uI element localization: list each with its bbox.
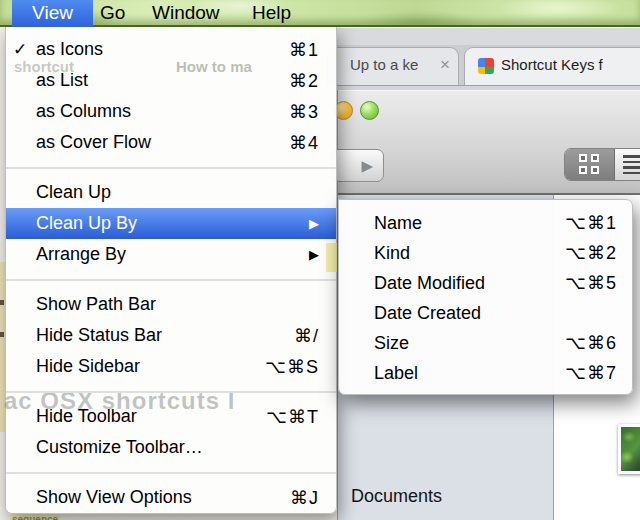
menu-item-hide-status-bar[interactable]: Hide Status Bar ⌘/ bbox=[6, 320, 336, 351]
tab-favicon-icon bbox=[478, 58, 494, 74]
menu-item-as-icons[interactable]: ✓ as Icons ⌘1 bbox=[6, 34, 336, 65]
checkmark-icon: ✓ bbox=[13, 39, 27, 60]
menu-bar: View Go Window Help bbox=[0, 0, 640, 27]
browser-titlebar bbox=[337, 27, 640, 45]
menu-item-hide-toolbar[interactable]: Hide Toolbar ⌥⌘T bbox=[6, 401, 336, 432]
menu-item-customize-toolbar[interactable]: Customize Toolbar… bbox=[6, 432, 336, 463]
list-view-icon bbox=[623, 155, 640, 174]
submenu-item-date-created[interactable]: Date Created bbox=[339, 298, 632, 328]
menu-item-as-cover-flow[interactable]: as Cover Flow ⌘4 bbox=[6, 127, 336, 158]
submenu-arrow-icon: ▶ bbox=[309, 247, 319, 262]
forward-button[interactable]: ▶ bbox=[331, 149, 384, 182]
menu-separator bbox=[6, 270, 336, 289]
view-switcher bbox=[564, 148, 640, 181]
submenu-item-label[interactable]: Label ⌥⌘7 bbox=[339, 358, 632, 388]
submenu-arrow-icon: ▶ bbox=[309, 216, 319, 231]
browser-tab[interactable]: Up to a ke × bbox=[327, 47, 459, 85]
forward-icon: ▶ bbox=[361, 157, 373, 174]
menu-item-show-path-bar[interactable]: Show Path Bar bbox=[6, 289, 336, 320]
close-icon[interactable]: × bbox=[440, 55, 450, 75]
sidebar-item-documents[interactable]: Documents bbox=[351, 486, 442, 507]
menu-item-as-list[interactable]: as List ⌘2 bbox=[6, 65, 336, 96]
menu-item-clean-up-by[interactable]: Clean Up By ▶ bbox=[6, 208, 336, 239]
text-sliver bbox=[0, 332, 4, 337]
screen: sequence Up to a ke × Shortcut Keys f ▶ bbox=[0, 0, 640, 520]
menu-separator bbox=[6, 463, 336, 482]
menu-separator bbox=[6, 382, 336, 401]
view-menu: shortcut How to ma ac OSX shortcuts I ✓ … bbox=[5, 27, 337, 514]
tab-title: Up to a ke bbox=[350, 56, 434, 73]
submenu-item-size[interactable]: Size ⌥⌘6 bbox=[339, 328, 632, 358]
browser-tab[interactable]: Shortcut Keys f bbox=[464, 47, 640, 85]
finder-toolbar: ▶ bbox=[338, 90, 640, 195]
menu-item-as-columns[interactable]: as Columns ⌘3 bbox=[6, 96, 336, 127]
list-view-button[interactable] bbox=[615, 149, 640, 180]
clean-up-by-submenu: Name ⌥⌘1 Kind ⌥⌘2 Date Modified ⌥⌘5 Date… bbox=[338, 199, 633, 395]
menubar-item-go[interactable]: Go bbox=[100, 0, 125, 25]
menu-item-arrange-by[interactable]: Arrange By ▶ bbox=[6, 239, 336, 270]
menu-item-clean-up[interactable]: Clean Up bbox=[6, 177, 336, 208]
grid-view-icon bbox=[579, 154, 600, 175]
submenu-item-name[interactable]: Name ⌥⌘1 bbox=[339, 208, 632, 238]
file-thumbnail[interactable] bbox=[618, 424, 640, 474]
submenu-item-date-modified[interactable]: Date Modified ⌥⌘5 bbox=[339, 268, 632, 298]
submenu-item-kind[interactable]: Kind ⌥⌘2 bbox=[339, 238, 632, 268]
menubar-item-view[interactable]: View bbox=[12, 0, 93, 27]
tab-title: Shortcut Keys f bbox=[501, 56, 640, 73]
text-sliver bbox=[0, 300, 4, 305]
icon-view-button[interactable] bbox=[565, 149, 615, 180]
menu-item-show-view-options[interactable]: Show View Options ⌘J bbox=[6, 482, 336, 513]
menubar-item-help[interactable]: Help bbox=[252, 0, 291, 25]
image-preview bbox=[621, 427, 640, 471]
zoom-button[interactable] bbox=[360, 101, 379, 120]
menubar-item-window[interactable]: Window bbox=[152, 0, 220, 25]
browser-tab-bar: Up to a ke × Shortcut Keys f bbox=[337, 45, 640, 86]
menu-item-hide-sidebar[interactable]: Hide Sidebar ⌥⌘S bbox=[6, 351, 336, 382]
background-text-fragment: sequence bbox=[10, 514, 60, 520]
menu-separator bbox=[6, 158, 336, 177]
